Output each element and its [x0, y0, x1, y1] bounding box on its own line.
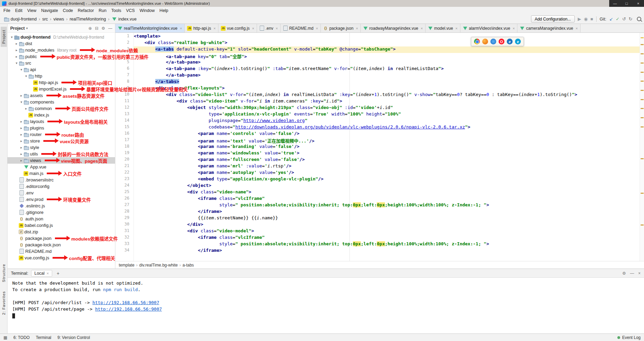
code-line[interactable]: pluginspage="http://www.videolan.org"	[134, 118, 644, 124]
code-line[interactable]: type='application/x-vlc-plugin' events='…	[134, 111, 644, 118]
gutter-line-number[interactable]: 14	[115, 118, 133, 124]
tree-item-public[interactable]: ▸publicpublic资源文件夹，一般放引用的第三方插件	[8, 53, 115, 60]
chevron-collapsed-icon[interactable]: ▸	[19, 146, 24, 149]
chevron-collapsed-icon[interactable]: ▸	[19, 126, 24, 130]
code-line[interactable]: </div>	[134, 222, 644, 228]
chevron-expanded-icon[interactable]: ▾	[19, 68, 24, 71]
history-icon[interactable]: ↻	[629, 17, 632, 21]
tree-item-router[interactable]: ▸routerrouter路由	[8, 131, 115, 138]
chevron-collapsed-icon[interactable]: ▸	[19, 133, 24, 136]
menu-run[interactable]: Run	[96, 8, 109, 14]
menu-edit[interactable]: Edit	[13, 8, 25, 14]
close-icon[interactable]: ×	[356, 26, 358, 30]
tab-roadwaymanage-index-vue[interactable]: roadwayManage\index.vue×	[361, 24, 426, 32]
tree-item-env-prod[interactable]: .env.prod环境变量文件	[8, 196, 115, 203]
tree-item-layouts[interactable]: ▸layoutslayouts全局布局相关	[8, 118, 115, 125]
chevron-collapsed-icon[interactable]: ▸	[19, 94, 24, 97]
tree-item-plugins[interactable]: ▸plugins	[8, 125, 115, 131]
tree-item-utils[interactable]: ▸utils封装的一些公共函数方法	[8, 151, 115, 157]
tree-item-node-modules[interactable]: ▸node_moduleslibrary rootnode_modules依赖	[8, 47, 115, 53]
gutter-line-number[interactable]: 25	[115, 189, 133, 196]
chevron-down-icon[interactable]: ▾	[26, 26, 28, 30]
add-configuration-button[interactable]: Add Configuration...	[531, 15, 575, 23]
hide-icon[interactable]: —	[630, 271, 634, 276]
code-lines[interactable]: <template> <div class="realTime bg-white…	[134, 33, 644, 261]
stop-icon[interactable]: ■	[590, 17, 593, 21]
code-line[interactable]: </a-tabs>	[134, 79, 644, 85]
tab-cameramanage-index-vue[interactable]: cameraManage\index.vue×	[517, 24, 581, 32]
tree-item-babel-config-js[interactable]: JSbabel.config.js	[8, 222, 115, 229]
code-line[interactable]: <param name='branding' value='false'/>	[134, 144, 644, 150]
editor-breadcrumb-item-template[interactable]: template	[119, 263, 134, 268]
code-line[interactable]: </object>	[134, 183, 644, 189]
tab-readme-md[interactable]: README.md×	[281, 24, 321, 32]
search-icon[interactable]	[637, 17, 641, 21]
project-header-title[interactable]: Project	[10, 26, 25, 31]
settings-icon[interactable]: ⚙	[101, 26, 105, 31]
stripe-mark[interactable]	[641, 37, 644, 38]
code-line[interactable]: <param name='text' value='正在加载视频中...'/>	[134, 137, 644, 144]
toolstrip-project[interactable]: Project	[1, 27, 7, 47]
stripe-mark[interactable]	[641, 63, 644, 64]
tree-item-views[interactable]: ▸viewsview视图、pages页面	[8, 157, 115, 164]
editor-breadcrumb-item-a-tabs[interactable]: a-tabs	[183, 263, 194, 268]
menu-refactor[interactable]: Refactor	[75, 8, 96, 14]
menu-navigate[interactable]: Navigate	[39, 8, 60, 14]
gutter-line-number[interactable]: 18	[115, 144, 133, 150]
code-line[interactable]: <embed type="application/x-google-vlc-pl…	[134, 176, 644, 183]
code-line[interactable]: <param name='autoplay' value='yes'/>	[134, 170, 644, 176]
close-icon[interactable]: ×	[47, 271, 49, 275]
tree-item-http-api-js[interactable]: JShttp-api.js项目相关api接口	[8, 79, 115, 86]
chevron-expanded-icon[interactable]: ▾	[14, 61, 19, 65]
opera-browser-icon[interactable]: O	[499, 39, 504, 44]
code-line[interactable]: </a-tab-pane>	[134, 59, 644, 66]
stripe-mark[interactable]	[641, 117, 644, 118]
stripe-mark[interactable]	[641, 158, 644, 159]
status-6-todo[interactable]: 6: TODO	[13, 335, 30, 340]
run-icon[interactable]: ▶	[578, 17, 581, 21]
close-icon[interactable]: ×	[316, 26, 318, 30]
tree-item-assets[interactable]: ▸assetsassets静态资源文件	[8, 92, 115, 99]
code-line[interactable]: <param name='mrl' :value='i.rtsp'/>	[134, 163, 644, 170]
gutter-line-number[interactable]: 32	[115, 235, 133, 241]
code-line[interactable]: <div class="video-model">	[134, 228, 644, 235]
code-line[interactable]: <iframe class="vlcIframe"	[134, 235, 644, 241]
chevron-expanded-icon[interactable]: ▾	[10, 35, 14, 39]
toolstrip-structure[interactable]: Structure	[1, 261, 7, 285]
code-line[interactable]: </a-tab-pane>	[134, 72, 644, 79]
chevron-expanded-icon[interactable]: ▾	[24, 74, 28, 78]
error-stripe[interactable]	[640, 33, 644, 261]
gutter-line-number[interactable]: 13	[115, 111, 133, 118]
tab-alarmvideos-index-vue[interactable]: alarmVideos\index.vue×	[460, 24, 518, 32]
tree-item-browserslistrc[interactable]: .browserslistrc	[8, 177, 115, 183]
tree-item-package-lock-json[interactable]: {}package-lock.json	[8, 242, 115, 248]
edge-browser-icon[interactable]: e	[515, 39, 521, 44]
close-icon[interactable]: ×	[513, 26, 515, 30]
commit-icon[interactable]: ✓	[616, 17, 619, 21]
update-project-icon[interactable]: ↙	[609, 17, 613, 21]
tree-item-common[interactable]: ▸common页面公共组件文件	[8, 105, 115, 112]
breadcrumb-item-realtimemonitoring[interactable]: realTimeMonitoring	[69, 16, 107, 22]
stripe-mark[interactable]	[641, 81, 644, 82]
gutter-line-number[interactable]: 26	[115, 196, 133, 202]
stripe-mark[interactable]	[641, 224, 644, 226]
editor-breadcrumb-item-div-realtime-bg-white[interactable]: div.realTime.bg-white	[139, 263, 178, 268]
stripe-mark[interactable]	[641, 44, 644, 45]
maximize-button[interactable]: □	[621, 0, 632, 7]
ie-browser-icon[interactable]: e	[507, 39, 513, 44]
terminal-link[interactable]: http://192.168.66.56:9007	[95, 306, 162, 312]
debug-icon[interactable]: ◉	[584, 17, 588, 21]
gutter-line-number[interactable]: 24	[115, 183, 133, 189]
chevron-collapsed-icon[interactable]: ▸	[24, 107, 28, 110]
status-9-version-control[interactable]: 9: Version Control	[57, 335, 90, 340]
gutter-line-number[interactable]: 30	[115, 222, 133, 228]
tree-item-style[interactable]: ▸style	[8, 144, 115, 151]
tree-item-importexcel-js[interactable]: JSimportExcel.js暴露环境变量地址给图片or视频资源路径变量相关	[8, 86, 115, 92]
close-icon[interactable]: ×	[252, 26, 254, 30]
tree-item-app-vue[interactable]: App.vue	[8, 164, 115, 170]
gutter-line-number[interactable]: 20	[115, 157, 133, 163]
gutter-line-number[interactable]: 11	[115, 98, 133, 105]
terminal-tab-local[interactable]: Local ×	[31, 270, 52, 277]
event-log[interactable]: Event Log	[622, 335, 641, 340]
tree-item-src[interactable]: ▾src	[8, 60, 115, 66]
